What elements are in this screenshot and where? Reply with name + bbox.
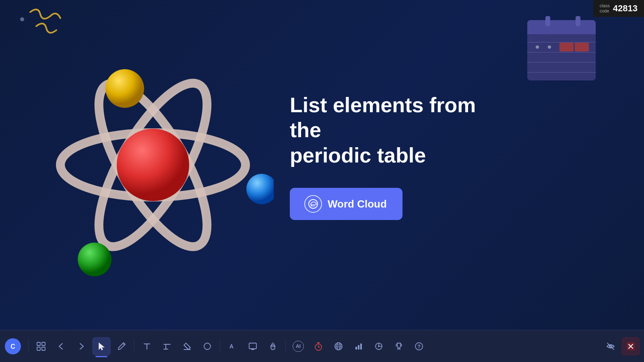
atom-illustration	[32, 36, 274, 278]
svg-rect-11	[575, 43, 589, 51]
main-heading: List elements from the periodic table	[290, 93, 499, 168]
svg-text:?: ?	[417, 343, 421, 350]
separator-4	[285, 340, 286, 353]
insert-text-button[interactable]: A	[223, 337, 242, 356]
eraser-button[interactable]	[178, 337, 196, 356]
class-code-badge: classcode 42813	[593, 0, 644, 17]
svg-rect-3	[527, 30, 596, 34]
svg-point-20	[246, 174, 274, 204]
back-button[interactable]	[52, 337, 70, 356]
shape-button[interactable]	[198, 337, 217, 356]
select-button[interactable]	[92, 337, 111, 356]
spinner-button[interactable]	[369, 337, 388, 356]
help-button[interactable]: ?	[410, 337, 428, 356]
svg-point-18	[105, 69, 144, 108]
svg-point-28	[204, 343, 211, 350]
svg-rect-37	[355, 347, 357, 350]
text-tool-2-button[interactable]	[158, 337, 176, 356]
whiteboard-button[interactable]	[244, 337, 262, 356]
trophy-button[interactable]	[390, 337, 408, 356]
svg-rect-38	[358, 345, 359, 350]
class-code-label: classcode	[600, 3, 610, 14]
svg-line-47	[607, 343, 614, 350]
svg-point-19	[78, 243, 111, 276]
chart-button[interactable]	[349, 337, 368, 356]
text-content: List elements from the periodic table Wo…	[290, 93, 499, 220]
svg-point-17	[117, 129, 189, 201]
separator-2	[134, 340, 134, 353]
toolbar: C	[0, 330, 644, 362]
svg-text:A: A	[229, 343, 233, 350]
word-cloud-button[interactable]: Word Cloud	[290, 188, 402, 220]
svg-point-0	[20, 17, 24, 21]
separator-1	[28, 340, 29, 353]
text-tool-1-button[interactable]	[138, 337, 156, 356]
svg-point-43	[378, 346, 380, 347]
main-content: classcode 42813	[0, 0, 644, 330]
browser-button[interactable]	[329, 337, 348, 356]
svg-rect-25	[42, 342, 45, 346]
svg-text:C: C	[10, 343, 15, 350]
svg-rect-30	[249, 343, 256, 349]
svg-rect-10	[559, 43, 574, 51]
separator-3	[220, 340, 220, 353]
hand-button[interactable]	[264, 337, 282, 356]
svg-point-13	[548, 45, 551, 49]
svg-rect-24	[37, 342, 40, 346]
forward-button[interactable]	[72, 337, 91, 356]
calendar-decoration	[523, 12, 604, 84]
word-cloud-label: Word Cloud	[328, 198, 387, 210]
visibility-toggle-button[interactable]	[601, 337, 620, 356]
ai-button[interactable]: AI	[289, 337, 308, 356]
word-cloud-icon	[304, 195, 322, 213]
svg-rect-26	[37, 347, 40, 350]
svg-point-12	[536, 45, 539, 49]
pen-button[interactable]	[112, 337, 131, 356]
svg-rect-39	[360, 343, 362, 350]
svg-rect-4	[545, 16, 550, 26]
grid-view-button[interactable]	[32, 337, 50, 356]
svg-rect-27	[42, 347, 45, 350]
svg-rect-5	[576, 16, 580, 26]
class-code-number: 42813	[613, 3, 638, 14]
timer-button[interactable]	[309, 337, 328, 356]
exit-button[interactable]	[621, 337, 640, 356]
classpoint-logo[interactable]: C	[4, 337, 22, 355]
